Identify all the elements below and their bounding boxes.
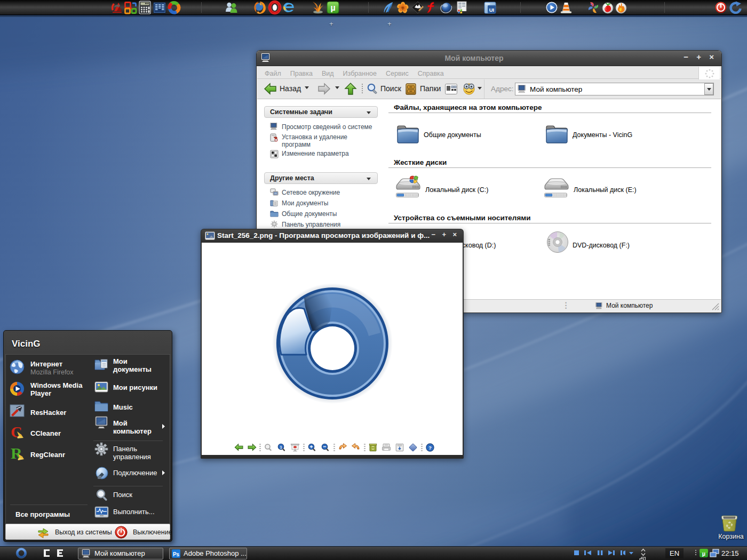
svg-text:µ: µ [702,550,705,557]
svg-text:Ps: Ps [173,551,180,557]
svg-text:UI: UI [489,7,495,13]
svg-text:1: 1 [280,445,282,450]
svg-text:µ: µ [330,3,335,12]
svg-text:?: ? [428,445,432,451]
